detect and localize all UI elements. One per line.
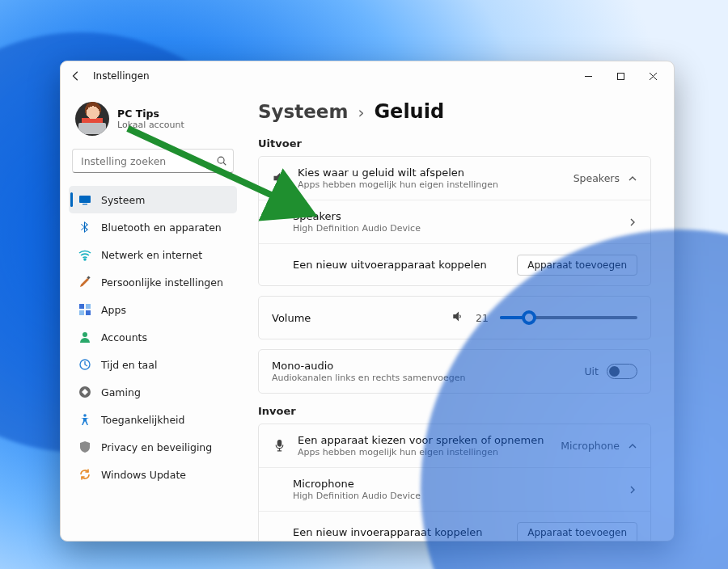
minimize-button[interactable] (572, 63, 604, 89)
svg-rect-6 (79, 304, 84, 309)
input-choose-title: Een apparaat kiezen voor spreken of opne… (298, 434, 549, 446)
content: Systeem › Geluid Uitvoer Kies waar u gel… (245, 91, 674, 541)
output-add-title: Een nieuw uitvoerapparaat koppelen (293, 259, 506, 271)
brush-icon (78, 276, 91, 289)
output-choose-title: Kies waar u geluid wilt afspelen (298, 166, 562, 179)
sidebar-item-label: Windows Update (101, 469, 186, 481)
svg-rect-14 (277, 440, 281, 446)
svg-point-10 (83, 332, 87, 337)
mono-title: Mono-audio (272, 360, 573, 372)
input-choose-row[interactable]: Een apparaat kiezen voor spreken of opne… (259, 424, 650, 467)
accounts-icon (78, 331, 91, 344)
chevron-right-icon (628, 217, 637, 227)
input-device-subtitle: High Definition Audio Device (293, 491, 616, 501)
svg-rect-7 (86, 304, 91, 309)
maximize-button[interactable] (604, 63, 637, 89)
volume-value: 21 (476, 312, 489, 324)
profile-name: PC Tips (117, 107, 184, 120)
output-device-row[interactable]: Speakers High Definition Audio Device (259, 200, 650, 243)
chevron-right-icon: › (358, 103, 364, 122)
sidebar-item-label: Accounts (101, 331, 147, 344)
svg-point-13 (83, 414, 87, 417)
sidebar-item-label: Toegankelijkheid (101, 414, 185, 426)
input-add-row: Een nieuw invoerapparaat koppelen Appara… (259, 511, 650, 541)
update-icon (78, 468, 91, 481)
nav: Systeem Bluetooth en apparaten Netwerk e… (69, 186, 237, 488)
output-device-title: Speakers (293, 210, 616, 222)
sidebar-item-label: Systeem (101, 194, 145, 206)
time-icon (78, 358, 91, 371)
volume-row: Volume 21 (259, 297, 650, 339)
output-add-row: Een nieuw uitvoerapparaat koppelen Appar… (259, 243, 650, 285)
input-card: Een apparaat kiezen voor spreken of opne… (258, 424, 651, 541)
output-device-subtitle: High Definition Audio Device (293, 223, 616, 234)
sidebar-item-update[interactable]: Windows Update (69, 461, 237, 488)
slider-thumb[interactable] (522, 310, 536, 325)
settings-window: Instellingen PC Tips Lokaal account (60, 61, 675, 542)
output-choose-subtitle: Apps hebben mogelijk hun eigen instellin… (298, 179, 562, 190)
sidebar-item-apps[interactable]: Apps (69, 296, 237, 323)
profile[interactable]: PC Tips Lokaal account (69, 97, 237, 141)
add-output-device-button[interactable]: Apparaat toevoegen (517, 255, 637, 276)
titlebar: Instellingen (61, 61, 674, 91)
sidebar-item-label: Gaming (101, 386, 141, 398)
add-input-device-button[interactable]: Apparaat toevoegen (517, 522, 637, 542)
microphone-icon (272, 439, 286, 453)
chevron-right-icon (628, 485, 637, 495)
sidebar-item-network[interactable]: Netwerk en internet (69, 241, 237, 268)
output-choose-row[interactable]: Kies waar u geluid wilt afspelen Apps he… (259, 157, 650, 200)
mono-state: Uit (584, 365, 599, 377)
svg-rect-0 (617, 73, 624, 79)
sidebar-item-label: Persoonlijke instellingen (101, 276, 223, 289)
apps-icon (78, 303, 91, 316)
sidebar-item-time[interactable]: Tijd en taal (69, 351, 237, 378)
output-choose-value: Speakers (574, 172, 620, 184)
sidebar-item-label: Bluetooth en apparaten (101, 221, 222, 234)
search-input[interactable] (72, 149, 234, 173)
sidebar-item-bluetooth[interactable]: Bluetooth en apparaten (69, 213, 237, 241)
output-card: Kies waar u geluid wilt afspelen Apps he… (258, 156, 651, 286)
gaming-icon (78, 386, 91, 398)
sidebar-item-accounts[interactable]: Accounts (69, 323, 237, 351)
sidebar-item-label: Apps (101, 304, 126, 316)
mono-toggle[interactable] (607, 364, 637, 379)
bluetooth-icon (78, 221, 91, 234)
input-add-title: Een nieuw invoerapparaat koppelen (293, 526, 506, 538)
speaker-icon (272, 171, 286, 185)
volume-card: Volume 21 (258, 296, 651, 339)
mono-subtitle: Audiokanalen links en rechts samenvoegen (272, 373, 573, 383)
svg-point-4 (84, 259, 86, 260)
privacy-icon (78, 440, 91, 453)
breadcrumb-level1[interactable]: Systeem (258, 101, 348, 122)
mono-card: Mono-audio Audiokanalen links en rechts … (258, 349, 651, 394)
volume-icon[interactable] (452, 310, 464, 325)
search-box[interactable] (72, 149, 234, 173)
svg-rect-9 (86, 310, 91, 315)
breadcrumb-level2: Geluid (374, 100, 444, 123)
sidebar: PC Tips Lokaal account Systeem Bluetooth… (61, 91, 245, 541)
sidebar-item-label: Netwerk en internet (101, 249, 202, 261)
volume-slider[interactable] (500, 311, 637, 324)
svg-rect-3 (83, 204, 87, 204)
input-device-title: Microphone (293, 478, 616, 490)
mono-row: Mono-audio Audiokanalen links en rechts … (259, 350, 650, 393)
sidebar-item-label: Tijd en taal (101, 359, 157, 371)
close-button[interactable] (637, 63, 669, 89)
svg-rect-2 (79, 196, 91, 203)
breadcrumb: Systeem › Geluid (258, 95, 651, 134)
input-device-row[interactable]: Microphone High Definition Audio Device (259, 467, 650, 511)
app-title: Instellingen (93, 70, 150, 82)
sidebar-item-gaming[interactable]: Gaming (69, 378, 237, 406)
sidebar-item-privacy[interactable]: Privacy en beveiliging (69, 433, 237, 461)
sidebar-item-system[interactable]: Systeem (69, 186, 237, 213)
chevron-up-icon (628, 174, 637, 183)
chevron-up-icon (628, 441, 637, 451)
input-choose-subtitle: Apps hebben mogelijk hun eigen instellin… (298, 447, 549, 457)
avatar (75, 102, 109, 136)
back-button[interactable] (70, 70, 82, 82)
sidebar-item-accessibility[interactable]: Toegankelijkheid (69, 406, 237, 433)
accessibility-icon (78, 413, 91, 426)
sidebar-item-personalization[interactable]: Persoonlijke instellingen (69, 268, 237, 296)
sidebar-item-label: Privacy en beveiliging (101, 441, 212, 453)
input-heading: Invoer (258, 405, 651, 417)
